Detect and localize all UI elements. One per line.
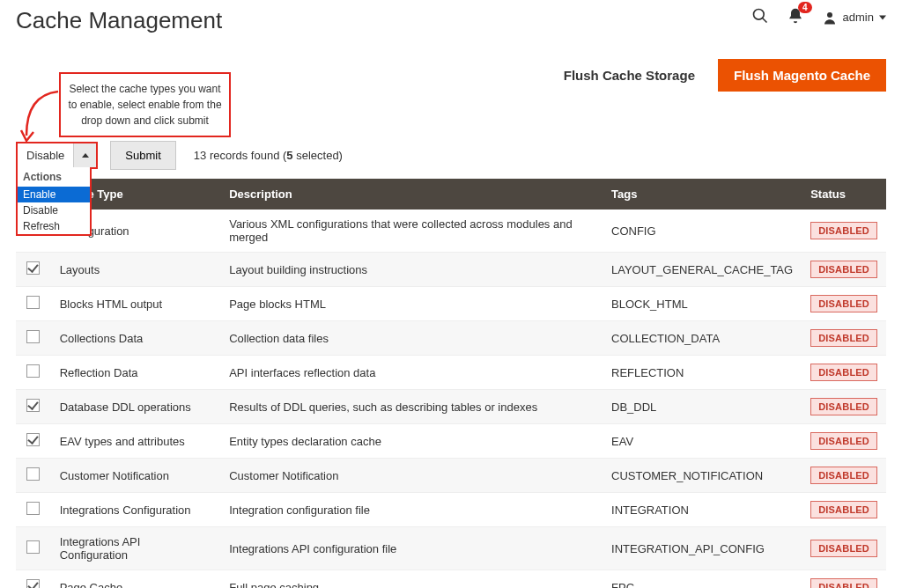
cell-description: Various XML configurations that were col… [220, 209, 603, 253]
cell-cache-type: Blocks HTML output [51, 287, 221, 321]
cell-description: API interfaces reflection data [220, 356, 603, 390]
table-row: Integrations API ConfigurationIntegratio… [16, 527, 886, 570]
status-badge: DISABLED [810, 578, 877, 588]
cell-description: Customer Notification [220, 459, 603, 493]
cell-cache-type: EAV types and attributes [51, 424, 221, 459]
cell-tags: LAYOUT_GENERAL_CACHE_TAG [603, 253, 802, 287]
svg-point-2 [827, 12, 832, 18]
cache-table: Cache Type Description Tags Status gurat… [16, 179, 886, 588]
dropdown-item-disable[interactable]: Disable [18, 202, 90, 218]
row-checkbox[interactable] [26, 433, 40, 446]
status-badge: DISABLED [810, 540, 877, 557]
row-checkbox[interactable] [26, 502, 40, 515]
status-badge: DISABLED [810, 261, 877, 278]
dropdown-item-enable[interactable]: Enable [18, 187, 90, 202]
admin-account-menu[interactable]: admin [822, 10, 886, 26]
cell-description: Full page caching [220, 570, 603, 589]
row-checkbox[interactable] [26, 467, 40, 481]
table-row: Customer NotificationCustomer Notificati… [16, 459, 886, 493]
instruction-callout: Select the cache types you want to enabl… [59, 72, 231, 137]
dropdown-heading: Actions [18, 167, 90, 187]
chevron-down-icon [879, 14, 886, 21]
cell-description: Layout building instructions [220, 253, 603, 287]
table-row: Database DDL operationsResults of DDL qu… [16, 390, 886, 424]
cell-description: Results of DDL queries, such as describi… [220, 390, 603, 424]
status-badge: DISABLED [810, 467, 877, 484]
cell-description: Collection data files [220, 321, 603, 356]
row-checkbox[interactable] [26, 364, 40, 378]
table-row: Page CacheFull page cachingFPCDISABLED [16, 570, 886, 589]
mass-action-toggle[interactable] [73, 143, 96, 167]
cell-cache-type: Page Cache [51, 570, 221, 589]
row-checkbox[interactable] [26, 330, 40, 343]
cell-tags: CUSTOMER_NOTIFICATION [603, 459, 802, 493]
mass-action-dropdown: Actions Enable Disable Refresh [16, 167, 92, 236]
table-row: EAV types and attributesEntity types dec… [16, 424, 886, 459]
col-status[interactable]: Status [802, 179, 886, 209]
status-badge: DISABLED [810, 222, 877, 239]
dropdown-item-refresh[interactable]: Refresh [18, 218, 90, 234]
status-badge: DISABLED [810, 432, 877, 450]
cell-tags: EAV [603, 424, 802, 459]
table-row: Reflection DataAPI interfaces reflection… [16, 356, 886, 390]
cell-tags: INTEGRATION_API_CONFIG [603, 527, 802, 570]
table-row: Blocks HTML outputPage blocks HTMLBLOCK_… [16, 287, 886, 321]
cell-description: Integrations API configuration file [220, 527, 603, 570]
cell-cache-type: Reflection Data [51, 356, 221, 390]
col-tags[interactable]: Tags [603, 179, 802, 209]
flush-cache-storage-button[interactable]: Flush Cache Storage [553, 59, 706, 92]
cell-tags: COLLECTION_DATA [603, 321, 802, 356]
admin-user-label: admin [843, 11, 874, 24]
callout-arrow-icon [18, 86, 62, 148]
submit-button[interactable]: Submit [110, 141, 175, 170]
cell-description: Page blocks HTML [220, 287, 603, 321]
table-row: Integrations ConfigurationIntegration co… [16, 493, 886, 527]
row-checkbox[interactable] [26, 540, 40, 554]
row-checkbox[interactable] [26, 399, 40, 412]
cell-tags: FPC [603, 570, 802, 589]
user-icon [822, 10, 838, 26]
cell-tags: BLOCK_HTML [603, 287, 802, 321]
records-found-text: 13 records found (5 selected) [194, 149, 343, 162]
cell-tags: DB_DDL [603, 390, 802, 424]
cell-description: Entity types declaration cache [220, 424, 603, 459]
row-checkbox[interactable] [26, 579, 40, 588]
table-row: LayoutsLayout building instructionsLAYOU… [16, 253, 886, 287]
status-badge: DISABLED [810, 295, 877, 312]
status-badge: DISABLED [810, 501, 877, 518]
cell-tags: INTEGRATION [603, 493, 802, 527]
col-description[interactable]: Description [220, 179, 603, 209]
cell-tags: CONFIG [603, 209, 802, 253]
status-badge: DISABLED [810, 329, 877, 347]
cell-cache-type: Integrations Configuration [51, 493, 221, 527]
status-badge: DISABLED [810, 364, 877, 381]
caret-up-icon [82, 153, 89, 158]
cell-tags: REFLECTION [603, 356, 802, 390]
table-row: Collections DataCollection data filesCOL… [16, 321, 886, 356]
cell-description: Integration configuration file [220, 493, 603, 527]
table-row: gurationVarious XML configurations that … [16, 209, 886, 253]
cell-cache-type: Layouts [51, 253, 221, 287]
flush-magento-cache-button[interactable]: Flush Magento Cache [718, 59, 886, 92]
search-icon[interactable] [751, 7, 769, 27]
cell-cache-type: Database DDL operations [51, 390, 221, 424]
notification-count-badge: 4 [798, 2, 812, 13]
svg-point-0 [753, 10, 764, 20]
cell-cache-type: Customer Notification [51, 459, 221, 493]
cell-cache-type: Integrations API Configuration [51, 527, 221, 570]
notifications-icon[interactable]: 4 [787, 7, 804, 27]
row-checkbox[interactable] [26, 261, 40, 275]
status-badge: DISABLED [810, 398, 877, 415]
svg-line-1 [762, 18, 766, 23]
cell-cache-type: Collections Data [51, 321, 221, 356]
row-checkbox[interactable] [26, 296, 40, 309]
page-title: Cache Management [16, 7, 222, 34]
